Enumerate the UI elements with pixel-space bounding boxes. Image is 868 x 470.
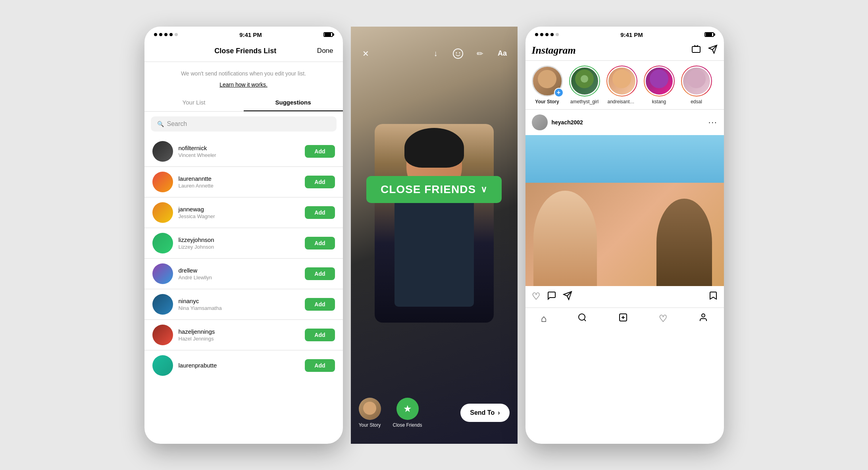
post-user: heyach2002 bbox=[532, 114, 583, 130]
comment-icon[interactable] bbox=[547, 291, 556, 303]
user-avatar bbox=[152, 325, 173, 345]
arrow-right-icon: › bbox=[498, 409, 500, 416]
svg-rect-3 bbox=[692, 46, 700, 52]
battery-1 bbox=[323, 32, 333, 37]
add-user-button[interactable]: Add bbox=[305, 359, 335, 372]
add-user-button[interactable]: Add bbox=[305, 267, 335, 280]
user-avatar bbox=[152, 355, 173, 376]
user-fullname: Nina Yiamsamatha bbox=[179, 305, 300, 311]
user-info: lizzeyjohnson Lizzey Johnson bbox=[179, 236, 300, 250]
nav-bar: ⌂ ♡ bbox=[525, 308, 724, 333]
header-icons bbox=[691, 44, 718, 56]
direct-icon[interactable] bbox=[708, 44, 718, 56]
add-user-button[interactable]: Add bbox=[305, 237, 335, 250]
home-icon[interactable]: ⌂ bbox=[541, 313, 547, 324]
kstang-name: kstang bbox=[652, 99, 666, 104]
tv-icon[interactable] bbox=[691, 44, 701, 56]
tab-your-list[interactable]: Your List bbox=[144, 94, 244, 111]
user-list: nofilternick Vincent WheelerAddlaurenann… bbox=[144, 136, 343, 381]
story-edsal[interactable]: edsal bbox=[681, 66, 712, 104]
add-user-button[interactable]: Add bbox=[305, 145, 335, 158]
andrei-avatar-ring bbox=[606, 66, 637, 97]
close-friends-option[interactable]: ★ Close Friends bbox=[393, 398, 422, 428]
user-item: hazeljennings Hazel JenningsAdd bbox=[144, 320, 343, 350]
user-item: drellew André LlewllynAdd bbox=[144, 259, 343, 289]
send-to-button[interactable]: Send To › bbox=[460, 404, 509, 422]
user-fullname: Lizzey Johnson bbox=[179, 244, 300, 250]
amethyst-avatar-ring bbox=[569, 66, 600, 97]
like-icon[interactable]: ♡ bbox=[532, 291, 541, 303]
signal-dots-3 bbox=[535, 33, 559, 36]
andrei-name: andreisantalo bbox=[608, 99, 636, 104]
draw-icon[interactable]: ✏ bbox=[473, 46, 487, 61]
user-avatar bbox=[152, 233, 173, 253]
add-user-button[interactable]: Add bbox=[305, 298, 335, 311]
post-header: heyach2002 ··· bbox=[525, 110, 724, 135]
user-fullname: Lauren Annette bbox=[179, 183, 300, 189]
text-icon[interactable]: Aa bbox=[495, 46, 510, 61]
tab-suggestions[interactable]: Suggestions bbox=[244, 94, 343, 111]
user-info: drellew André Llewllyn bbox=[179, 267, 300, 280]
bookmark-icon[interactable] bbox=[709, 291, 718, 303]
user-username: drellew bbox=[179, 267, 300, 274]
post-actions: ♡ bbox=[525, 286, 724, 308]
user-item: lizzeyjohnson Lizzey JohnsonAdd bbox=[144, 228, 343, 258]
close-friends-star: ★ bbox=[396, 398, 419, 420]
close-friends-badge: CLOSE FRIENDS ∨ bbox=[351, 176, 518, 203]
your-story-label: Your Story bbox=[359, 422, 381, 428]
user-info: jannewag Jessica Wagner bbox=[179, 206, 300, 219]
user-info: nofilternick Vincent Wheeler bbox=[179, 145, 300, 158]
signal-dots bbox=[154, 33, 178, 36]
amethyst-name: amethyst_girl bbox=[570, 99, 599, 104]
user-username: laurenanntte bbox=[179, 175, 300, 182]
close-friends-label: Close Friends bbox=[393, 422, 422, 428]
user-item: laurenanntte Lauren AnnetteAdd bbox=[144, 167, 343, 197]
cf-badge-label[interactable]: CLOSE FRIENDS ∨ bbox=[366, 176, 502, 203]
user-fullname: Vincent Wheeler bbox=[179, 152, 300, 158]
user-fullname: Jessica Wagner bbox=[179, 213, 300, 219]
status-time-3: 9:41 PM bbox=[620, 31, 643, 38]
svg-point-2 bbox=[459, 52, 460, 53]
svg-point-0 bbox=[453, 49, 463, 58]
story-kstang[interactable]: kstang bbox=[644, 66, 675, 104]
list-title: Close Friends List bbox=[214, 47, 276, 55]
status-bar-3: 9:41 PM bbox=[525, 27, 724, 41]
search-placeholder: Search bbox=[167, 120, 187, 128]
user-item: jannewag Jessica WagnerAdd bbox=[144, 197, 343, 228]
user-username: jannewag bbox=[179, 206, 300, 213]
story-andreisantalo[interactable]: andreisantalo bbox=[606, 66, 637, 104]
download-icon[interactable]: ↓ bbox=[429, 46, 443, 61]
story-your-story[interactable]: + Your Story bbox=[532, 66, 563, 104]
search-bar[interactable]: 🔍 Search bbox=[151, 116, 337, 132]
profile-icon[interactable] bbox=[699, 313, 708, 325]
sticker-icon[interactable] bbox=[451, 46, 465, 61]
phone-instagram: 9:41 PM Instagram bbox=[525, 27, 724, 444]
heart-nav-icon[interactable]: ♡ bbox=[659, 313, 668, 324]
phone-close-friends: 9:41 PM Close Friends List Done We won't… bbox=[144, 27, 343, 444]
story-top-bar: ✕ ↓ ✏ Aa bbox=[351, 27, 518, 65]
share-icon[interactable] bbox=[563, 291, 572, 303]
user-avatar bbox=[152, 141, 173, 162]
post-avatar bbox=[532, 114, 548, 130]
user-avatar bbox=[152, 294, 173, 315]
story-amethyst-girl[interactable]: amethyst_girl bbox=[569, 66, 600, 104]
user-info: hazeljennings Hazel Jennings bbox=[179, 328, 300, 342]
done-button[interactable]: Done bbox=[317, 47, 333, 55]
add-user-button[interactable]: Add bbox=[305, 329, 335, 341]
your-story-option[interactable]: Your Story bbox=[359, 398, 381, 428]
instagram-logo: Instagram bbox=[532, 44, 576, 56]
add-icon[interactable] bbox=[618, 313, 628, 325]
learn-link[interactable]: Learn how it works. bbox=[144, 81, 343, 88]
post-more-button[interactable]: ··· bbox=[708, 118, 718, 127]
add-user-button[interactable]: Add bbox=[305, 206, 335, 219]
story-options: Your Story ★ Close Friends bbox=[359, 398, 422, 428]
close-icon[interactable]: ✕ bbox=[359, 46, 373, 61]
add-user-button[interactable]: Add bbox=[305, 176, 335, 188]
user-username: ninanyc bbox=[179, 298, 300, 304]
your-story-name: Your Story bbox=[535, 99, 559, 104]
list-header: Close Friends List Done bbox=[144, 41, 343, 62]
user-info: ninanyc Nina Yiamsamatha bbox=[179, 298, 300, 311]
user-item: nofilternick Vincent WheelerAdd bbox=[144, 136, 343, 166]
search-nav-icon[interactable] bbox=[577, 313, 587, 325]
user-avatar bbox=[152, 263, 173, 284]
